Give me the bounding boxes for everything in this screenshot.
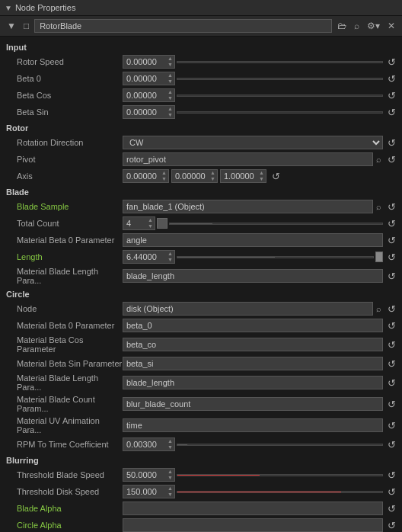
betacos-spinner[interactable]: ▲ ▼ xyxy=(166,89,174,101)
prop-row-circle-blade-count: Material Blade Count Param... ↺ xyxy=(0,393,402,415)
circle-betacos-reset[interactable]: ↺ xyxy=(386,339,397,351)
mat-beta0-reset[interactable]: ↺ xyxy=(386,235,397,246)
length-reset[interactable]: ↺ xyxy=(386,252,397,263)
circle-beta0-reset[interactable]: ↺ xyxy=(386,320,397,332)
beta0-spinner[interactable]: ▲ ▼ xyxy=(166,72,174,85)
betasin-val: 0.00000 xyxy=(123,107,166,117)
rotation-dir-reset[interactable]: ↺ xyxy=(386,137,397,149)
axis-y-val: 0.00000 xyxy=(172,171,209,181)
prop-label-circle-beta0: Material Beta 0 Parameter xyxy=(5,321,123,330)
betacos-reset[interactable]: ↺ xyxy=(386,90,397,101)
pivot-reset[interactable]: ↺ xyxy=(386,154,397,165)
properties-content: Input Rotor Speed 0.00000 ▲ ▼ ↺ Beta 0 xyxy=(0,37,402,532)
node-type-icon: □ xyxy=(21,20,31,32)
section-circle: Circle Node ⌕ ↺ Material Beta 0 Paramete… xyxy=(0,287,402,453)
threshold-blade-reset[interactable]: ↺ xyxy=(386,470,397,481)
prop-label-axis: Axis xyxy=(5,171,123,181)
prop-label-total-count: Total Count xyxy=(5,219,123,228)
prop-label-circle-betasin: Material Beta Sin Parameter xyxy=(5,359,123,368)
mat-blade-len-reset[interactable]: ↺ xyxy=(386,271,397,282)
blade-sample-reset[interactable]: ↺ xyxy=(386,201,397,213)
betasin-spinner[interactable]: ▲ ▼ xyxy=(166,106,174,118)
axis-z-val: 1.00000 xyxy=(221,171,257,181)
mat-beta0-input[interactable] xyxy=(123,233,383,247)
circle-beta0-input[interactable] xyxy=(123,319,383,332)
rpm-coeff-val: 0.00300 xyxy=(123,440,166,449)
blade-alpha-reset[interactable]: ↺ xyxy=(386,503,397,514)
circle-alpha-input[interactable] xyxy=(123,518,383,532)
settings-icon[interactable]: ⚙▾ xyxy=(365,20,382,32)
prop-row-mat-beta0: Material Beta 0 Parameter ↺ xyxy=(0,232,402,248)
section-blurring: Blurring Threshold Blade Speed 50.0000 ▲… xyxy=(0,453,402,532)
axis-reset[interactable]: ↺ xyxy=(270,171,282,182)
collapse-icon[interactable]: ▼ xyxy=(5,4,12,12)
rpm-coeff-reset[interactable]: ↺ xyxy=(386,439,397,450)
blade-alpha-input[interactable] xyxy=(123,502,383,515)
prop-row-rotor-speed: Rotor Speed 0.00000 ▲ ▼ ↺ xyxy=(0,53,402,70)
rotor-speed-reset[interactable]: ↺ xyxy=(386,56,397,68)
total-count-val: 4 xyxy=(123,219,146,228)
circle-node-reset[interactable]: ↺ xyxy=(386,303,397,315)
blade-sample-search-icon[interactable]: ⌕ xyxy=(375,202,383,211)
circle-alpha-reset[interactable]: ↺ xyxy=(386,520,397,531)
rpm-coeff-spinner[interactable]: ▲ ▼ xyxy=(166,438,174,450)
prop-label-beta0: Beta 0 xyxy=(5,74,123,83)
blade-sample-input[interactable] xyxy=(123,200,373,213)
prop-row-circle-alpha: Circle Alpha ↺ xyxy=(0,517,402,532)
circle-betasin-reset[interactable]: ↺ xyxy=(386,358,397,370)
prop-row-rotation-dir: Rotation Direction CW CCW ↺ xyxy=(0,134,402,151)
circle-uv-anim-reset[interactable]: ↺ xyxy=(386,420,397,431)
node-name-input[interactable] xyxy=(34,19,332,33)
section-circle-label: Circle xyxy=(0,287,402,300)
rotation-dir-dropdown[interactable]: CW CCW xyxy=(123,136,383,149)
total-count-spinner[interactable]: ▲ ▼ xyxy=(146,217,155,229)
betasin-reset[interactable]: ↺ xyxy=(386,107,397,118)
prop-label-mat-blade-len: Material Blade Length Para... xyxy=(5,267,123,285)
axis-y-spinner[interactable]: ▲ ▼ xyxy=(209,170,217,182)
prop-label-rotor-speed: Rotor Speed xyxy=(5,57,123,66)
prop-label-circle-node: Node xyxy=(5,304,123,313)
axis-z-spinner[interactable]: ▲ ▼ xyxy=(257,170,266,182)
circle-blade-len-reset[interactable]: ↺ xyxy=(386,377,397,389)
circle-blade-len-input[interactable] xyxy=(123,376,383,389)
pivot-input[interactable] xyxy=(123,152,373,166)
prop-row-betasin: Beta Sin 0.00000 ▲ ▼ ↺ xyxy=(0,104,402,120)
total-count-reset[interactable]: ↺ xyxy=(386,218,397,229)
prop-label-betasin: Beta Sin xyxy=(5,107,123,117)
prop-row-circle-betasin: Material Beta Sin Parameter ↺ xyxy=(0,355,402,372)
node-collapse-icon[interactable]: ▼ xyxy=(5,20,18,32)
threshold-disk-spinner[interactable]: ▲ ▼ xyxy=(166,486,174,498)
circle-node-input[interactable] xyxy=(123,302,373,316)
rotor-speed-spinner[interactable]: ▲ ▼ xyxy=(166,56,174,68)
total-count-sq xyxy=(157,218,168,229)
threshold-blade-val: 50.0000 xyxy=(123,470,166,479)
prop-label-threshold-disk: Threshold Disk Speed xyxy=(5,487,123,496)
circle-node-search-icon[interactable]: ⌕ xyxy=(375,304,383,313)
beta0-reset[interactable]: ↺ xyxy=(386,73,397,85)
circle-uv-anim-input[interactable] xyxy=(123,418,383,432)
title-text: Node Properties xyxy=(15,3,76,12)
prop-label-mat-beta0: Material Beta 0 Parameter xyxy=(5,236,123,245)
threshold-blade-spinner[interactable]: ▲ ▼ xyxy=(166,469,174,481)
prop-label-blade-alpha: Blade Alpha xyxy=(5,504,123,513)
threshold-disk-val: 150.000 xyxy=(123,487,166,496)
circle-betacos-input[interactable] xyxy=(123,338,383,351)
prop-row-beta0: Beta 0 0.00000 ▲ ▼ ↺ xyxy=(0,70,402,87)
pivot-search-icon[interactable]: ⌕ xyxy=(375,155,383,164)
prop-row-circle-uv-anim: Material UV Animation Para... ↺ xyxy=(0,415,402,436)
threshold-disk-reset[interactable]: ↺ xyxy=(386,486,397,498)
length-spinner[interactable]: ▲ ▼ xyxy=(166,251,174,263)
prop-row-length: Length 6.44000 ▲ ▼ ↺ xyxy=(0,248,402,265)
axis-x-spinner[interactable]: ▲ ▼ xyxy=(160,170,168,182)
search-header-icon[interactable]: ⌕ xyxy=(352,20,362,32)
close-icon[interactable]: ✕ xyxy=(385,20,397,32)
mat-blade-len-input[interactable] xyxy=(123,269,383,283)
circle-blade-count-input[interactable] xyxy=(123,397,383,411)
prop-label-threshold-blade: Threshold Blade Speed xyxy=(5,470,123,479)
title-bar: ▼ Node Properties xyxy=(0,0,402,16)
folder-icon[interactable]: 🗁 xyxy=(335,20,349,32)
circle-blade-count-reset[interactable]: ↺ xyxy=(386,399,397,410)
length-sq xyxy=(375,252,383,262)
rotor-speed-val: 0.00000 xyxy=(123,57,166,66)
circle-betasin-input[interactable] xyxy=(123,357,383,370)
